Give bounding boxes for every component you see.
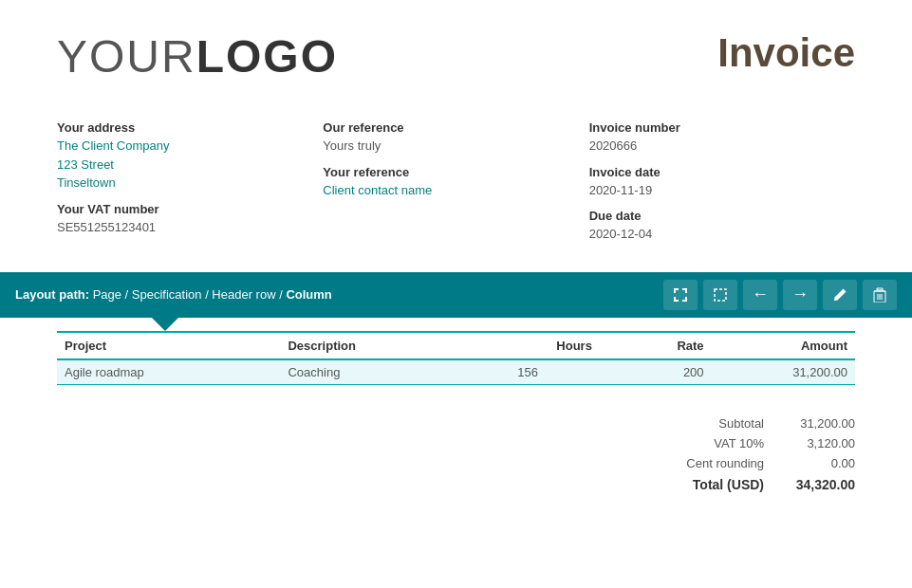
- address-column: Your address The Client Company 123 Stre…: [57, 120, 323, 244]
- table-row: Agile roadmap Coaching 156 200 31,200.00: [57, 359, 855, 385]
- invoice-title: Invoice: [717, 30, 855, 76]
- col-rate-header: Rate: [600, 332, 712, 359]
- invoice-meta-column: Invoice number 2020666 Invoice date 2020…: [589, 120, 855, 244]
- totals-section: Subtotal 31,200.00 VAT 10% 3,120.00 Cent…: [0, 404, 912, 514]
- forward-icon: →: [791, 285, 809, 304]
- due-date-value: 2020-12-04: [589, 225, 855, 244]
- select-icon: [713, 287, 728, 303]
- total-label: Total (USD): [570, 477, 764, 492]
- invoice-number-value: 2020666: [589, 137, 855, 156]
- cent-value: 0.00: [779, 456, 855, 470]
- cent-label: Cent rounding: [570, 456, 764, 470]
- edit-button[interactable]: [823, 280, 857, 310]
- address-label: Your address: [57, 120, 323, 135]
- invoice-table: Project Description Hours Rate Amount Ag…: [57, 331, 855, 385]
- reference-column: Our reference Yours truly Your reference…: [323, 120, 588, 244]
- cell-project: Agile roadmap: [57, 359, 280, 385]
- info-section: Your address The Client Company 123 Stre…: [0, 101, 912, 272]
- total-value: 34,320.00: [779, 477, 855, 492]
- svg-rect-0: [715, 289, 726, 301]
- vat-label: Your VAT number: [57, 202, 323, 216]
- table-header-row: Project Description Hours Rate Amount: [57, 332, 855, 359]
- layout-path-static: Layout path:: [15, 287, 89, 302]
- vat-value: 3,120.00: [779, 436, 855, 450]
- our-ref-label: Our reference: [323, 120, 588, 135]
- back-icon: ←: [752, 285, 769, 304]
- company-name: The Client Company: [57, 137, 323, 156]
- cell-rate: 200: [600, 359, 712, 385]
- our-ref-value: Yours truly: [323, 137, 588, 156]
- back-button[interactable]: ←: [743, 280, 777, 310]
- vat-label: VAT 10%: [570, 436, 764, 450]
- vat-number: SE551255123401: [57, 218, 323, 237]
- subtotal-label: Subtotal: [570, 416, 764, 431]
- select-button[interactable]: [703, 280, 737, 310]
- logo-light: YOUR: [57, 31, 196, 82]
- cell-amount: 31,200.00: [712, 359, 855, 385]
- vat-row: VAT 10% 3,120.00: [570, 433, 855, 453]
- due-date-label: Due date: [589, 209, 855, 223]
- cent-row: Cent rounding 0.00: [570, 453, 855, 473]
- edit-icon: [832, 287, 847, 303]
- subtotal-row: Subtotal 31,200.00: [570, 413, 855, 433]
- delete-icon: [873, 287, 886, 303]
- col-project-header: Project: [57, 332, 280, 359]
- expand-icon: [673, 287, 688, 303]
- totals-table: Subtotal 31,200.00 VAT 10% 3,120.00 Cent…: [570, 413, 855, 495]
- delete-button[interactable]: [863, 280, 897, 310]
- col-description-header: Description: [280, 332, 456, 359]
- invoice-date-value: 2020-11-19: [589, 181, 855, 200]
- your-ref-label: Your reference: [323, 165, 588, 179]
- toolbar-actions: ← →: [663, 280, 897, 310]
- city: Tinseltown: [57, 174, 323, 193]
- expand-button[interactable]: [663, 280, 698, 310]
- total-row: Total (USD) 34,320.00: [570, 473, 855, 495]
- invoice-number-label: Invoice number: [589, 120, 855, 135]
- street: 123 Street: [57, 156, 323, 175]
- forward-button[interactable]: →: [783, 280, 817, 310]
- page-header: YOURLOGO Invoice: [0, 0, 912, 101]
- layout-path: Layout path: Page / Specification / Head…: [15, 287, 332, 302]
- layout-path-text: Page / Specification / Header row / Colu…: [93, 287, 332, 302]
- subtotal-value: 31,200.00: [779, 416, 855, 431]
- your-ref-value: Client contact name: [323, 181, 588, 200]
- table-pointer: [152, 318, 178, 331]
- logo: YOURLOGO: [57, 30, 338, 83]
- invoice-date-label: Invoice date: [589, 165, 855, 179]
- cell-hours: 156: [456, 359, 599, 385]
- cell-description: Coaching: [280, 359, 456, 385]
- col-amount-header: Amount: [712, 332, 855, 359]
- layout-toolbar: Layout path: Page / Specification / Head…: [0, 272, 912, 318]
- col-hours-header: Hours: [456, 332, 599, 359]
- logo-bold: LOGO: [196, 31, 338, 82]
- table-area: Project Description Hours Rate Amount Ag…: [0, 318, 912, 404]
